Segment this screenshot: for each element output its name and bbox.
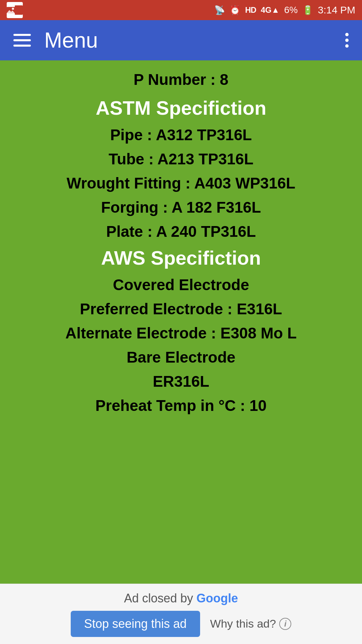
- battery-level: 6%: [284, 5, 298, 15]
- svg-point-2: [12, 8, 14, 10]
- hamburger-line-1: [13, 34, 31, 36]
- p-number: P Number : 8: [13, 70, 349, 89]
- hamburger-menu-button[interactable]: [10, 31, 34, 50]
- covered-electrode: Covered Electrode: [13, 276, 349, 294]
- google-branding: Google: [196, 591, 238, 605]
- ad-closed-label: Ad closed by: [124, 591, 193, 605]
- why-ad-link[interactable]: Why this ad? i: [210, 617, 292, 630]
- status-bar-right: 📡 ⏰ HD 4G▲ 6% 🔋 3:14 PM: [214, 4, 355, 16]
- dot-1: [345, 33, 349, 36]
- er316l: ER316L: [13, 372, 349, 390]
- status-bar-left: [7, 2, 23, 18]
- cast-icon: 📡: [214, 5, 225, 15]
- status-bar: 📡 ⏰ HD 4G▲ 6% 🔋 3:14 PM: [0, 0, 362, 20]
- ad-actions: Stop seeing this ad Why this ad? i: [71, 611, 292, 637]
- wrought-fitting-spec: Wrought Fitting : A403 WP316L: [13, 174, 349, 192]
- preheat-temp: Preheat Temp in °C : 10: [13, 396, 349, 415]
- dot-2: [345, 39, 349, 42]
- ad-closed-text: Ad closed by Google: [124, 591, 238, 605]
- ad-banner: Ad closed by Google Stop seeing this ad …: [0, 584, 362, 644]
- hd-badge: HD: [245, 5, 256, 15]
- why-ad-label: Why this ad?: [210, 617, 276, 630]
- preferred-electrode: Preferred Electrode : E316L: [13, 300, 349, 318]
- battery-icon: 🔋: [302, 5, 313, 15]
- content-text-area: P Number : 8 ASTM Specifiction Pipe : A3…: [13, 70, 349, 421]
- app-title: Menu: [44, 28, 342, 53]
- main-content: P Number : 8 ASTM Specifiction Pipe : A3…: [0, 60, 362, 584]
- bare-electrode: Bare Electrode: [13, 348, 349, 366]
- 4g-signal-icon: 4G▲: [261, 5, 280, 15]
- dot-3: [345, 44, 349, 48]
- tube-spec: Tube : A213 TP316L: [13, 150, 349, 168]
- gallery-app-icon: [7, 2, 23, 18]
- alarm-icon: ⏰: [230, 5, 240, 15]
- aws-title: AWS Specifiction: [13, 247, 349, 269]
- pipe-spec: Pipe : A312 TP316L: [13, 126, 349, 144]
- info-icon: i: [279, 618, 291, 630]
- app-bar: Menu: [0, 20, 362, 60]
- stop-seeing-ad-button[interactable]: Stop seeing this ad: [71, 611, 200, 637]
- forging-spec: Forging : A 182 F316L: [13, 198, 349, 216]
- alternate-electrode: Alternate Electrode : E308 Mo L: [13, 324, 349, 342]
- hamburger-line-3: [13, 45, 31, 47]
- astm-title: ASTM Specifiction: [13, 97, 349, 119]
- plate-spec: Plate : A 240 TP316L: [13, 222, 349, 240]
- clock: 3:14 PM: [318, 4, 355, 16]
- more-options-button[interactable]: [342, 30, 352, 51]
- hamburger-line-2: [13, 39, 31, 41]
